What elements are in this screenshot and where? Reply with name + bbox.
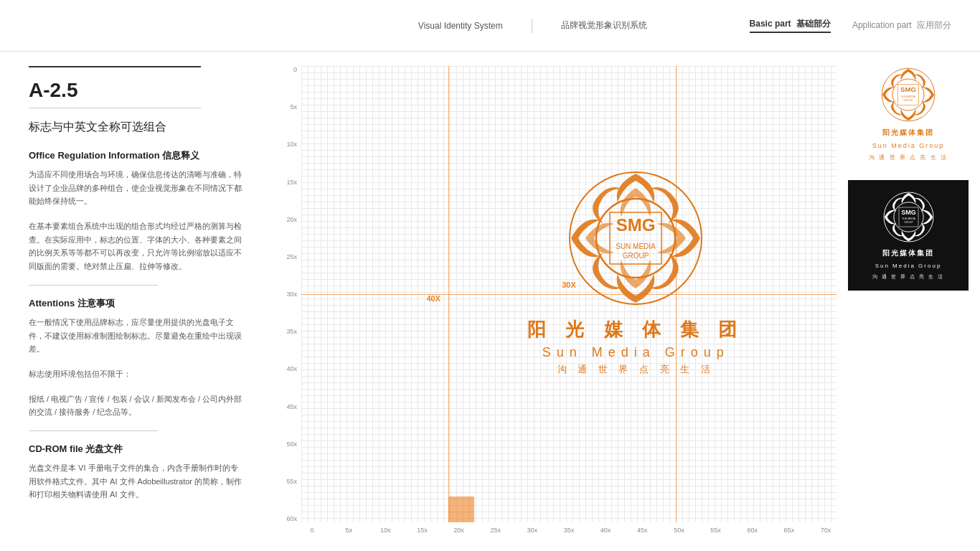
system-name-en: Visual Identity System bbox=[418, 21, 503, 31]
svg-point-13 bbox=[893, 202, 923, 232]
right-brand-slogan: 沟 通 世 界 点 亮 生 活 bbox=[869, 154, 948, 161]
y-axis-labels: 60x 55x 50x 45x 40x 35x 30x 25x 20x 15x … bbox=[273, 66, 301, 522]
svg-point-7 bbox=[892, 79, 924, 110]
left-panel: A-2.5 标志与中英文全称可选组合 Office Regulation Inf… bbox=[0, 52, 273, 551]
right-brand-zh: 阳光媒体集团 bbox=[882, 128, 934, 138]
svg-text:SUN MEDIA: SUN MEDIA bbox=[901, 95, 916, 98]
svg-text:GROUP: GROUP bbox=[904, 221, 913, 224]
svg-text:GROUP: GROUP bbox=[623, 252, 649, 260]
x-axis-labels: 0 5x 10x 15x 20x 25x 30x 35x 40x 45x 50x… bbox=[301, 522, 837, 551]
svg-text:SMG: SMG bbox=[901, 209, 916, 216]
right-panel: SMG SUN MEDIA GROUP 阳光媒体集团 Sun Media Gro… bbox=[837, 52, 980, 551]
brand-display-white: SMG SUN MEDIA GROUP 阳光媒体集团 Sun Media Gro… bbox=[848, 59, 969, 169]
section1-body1: 为适应不同使用场合与环境，确保信息传达的清晰与准确，特设计了企业品牌的多种组合，… bbox=[29, 168, 244, 208]
header: Visual Identity System 品牌视觉形象识别系统 Basic … bbox=[0, 0, 980, 52]
svg-text:GROUP: GROUP bbox=[903, 99, 913, 102]
right-brand-en-black: Sun Media Group bbox=[875, 263, 942, 269]
application-part-label: Application part 应用部分 bbox=[852, 19, 951, 32]
right-logo-svg-white: SMG SUN MEDIA GROUP bbox=[880, 66, 937, 123]
section2-title: Attentions 注意事项 bbox=[29, 297, 244, 310]
top-rule bbox=[29, 66, 201, 67]
main-content: A-2.5 标志与中英文全称可选组合 Office Regulation Inf… bbox=[0, 52, 980, 551]
dim-label-40x: 40X bbox=[426, 294, 440, 303]
section3-title: CD-ROM file 光盘文件 bbox=[29, 443, 244, 456]
bottom-rule bbox=[29, 108, 201, 108]
orange-corner-rect bbox=[448, 496, 474, 522]
header-center: Visual Identity System 品牌视觉形象识别系统 bbox=[316, 19, 750, 33]
main-brand-en: Sun Media Group bbox=[542, 345, 730, 360]
section2-body1: 在一般情况下使用品牌标志，应尽量使用提供的光盘电子文件，不建议使用标准制图绘制标… bbox=[29, 316, 244, 356]
right-brand-slogan-black: 沟 通 世 界 点 亮 生 活 bbox=[872, 273, 944, 281]
main-logo-area: SMG SUN MEDIA GROUP 阳 光 媒 体 集 团 Sun Medi… bbox=[462, 89, 810, 454]
section-divider-1 bbox=[29, 285, 158, 286]
system-name-zh: 品牌视觉形象识别系统 bbox=[561, 19, 647, 32]
svg-point-1 bbox=[596, 199, 675, 278]
section2-body2: 标志使用环境包括但不限于： bbox=[29, 367, 244, 381]
svg-text:SUN MEDIA: SUN MEDIA bbox=[616, 242, 656, 250]
grid-panel: 60x 55x 50x 45x 40x 35x 30x 25x 20x 15x … bbox=[273, 52, 837, 551]
right-brand-en: Sun Media Group bbox=[872, 142, 945, 149]
section2-body3: 报纸 / 电视广告 / 宣传 / 包装 / 会议 / 新闻发布会 / 公司内外部… bbox=[29, 392, 244, 419]
right-logo-svg-black: SMG SUN MEDIA GROUP bbox=[882, 190, 936, 244]
svg-text:SMG: SMG bbox=[616, 215, 656, 235]
right-brand-zh-black: 阳光媒体集团 bbox=[882, 248, 934, 258]
page-title-zh: 标志与中英文全称可选组合 bbox=[29, 120, 244, 135]
svg-text:SUN MEDIA: SUN MEDIA bbox=[902, 217, 915, 220]
svg-point-6 bbox=[882, 68, 935, 121]
section1-body2: 在基本要素组合系统中出现的组合形式均经过严格的测算与检查。在实际应用中，标志的位… bbox=[29, 220, 244, 273]
brand-display-black: SMG SUN MEDIA GROUP 阳光媒体集团 Sun Media Gro… bbox=[848, 180, 969, 291]
grid-background: 30X 40X bbox=[301, 66, 837, 522]
header-right: Basic part 基础部分 Application part 应用部分 bbox=[750, 18, 951, 33]
basic-part-label: Basic part 基础部分 bbox=[750, 18, 831, 33]
main-logo-svg: SMG SUN MEDIA GROUP bbox=[564, 166, 707, 310]
main-brand-zh: 阳 光 媒 体 集 团 bbox=[527, 317, 744, 342]
header-divider bbox=[532, 19, 532, 33]
section-divider-2 bbox=[29, 430, 158, 431]
svg-text:SMG: SMG bbox=[900, 85, 916, 93]
svg-point-12 bbox=[884, 192, 933, 242]
section3-body: 光盘文件是本 VI 手册电子文件的集合，内含手册制作时的专用软件格式文件。其中 … bbox=[29, 461, 244, 501]
main-brand-slogan: 沟 通 世 界 点 亮 生 活 bbox=[557, 363, 715, 376]
section1-title: Office Regulation Information 信息释义 bbox=[29, 149, 244, 162]
page-code: A-2.5 bbox=[29, 79, 244, 102]
